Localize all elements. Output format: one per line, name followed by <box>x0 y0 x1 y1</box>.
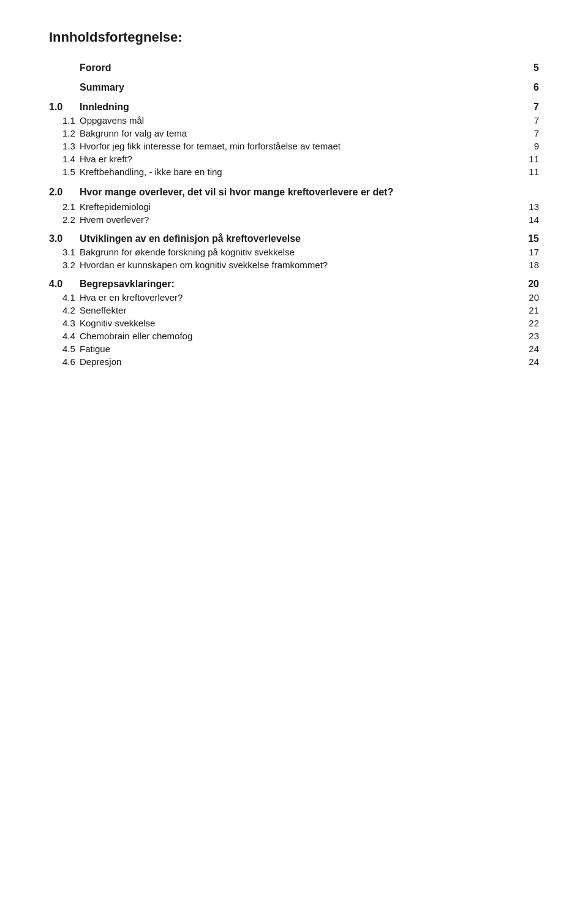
entry-number-sub: 2.2 <box>49 214 80 225</box>
entry-label: Kreftbehandling, - ikke bare en ting <box>80 167 521 177</box>
entry-label: Hva er kreft? <box>80 154 521 164</box>
entry-page: 7 <box>521 128 539 138</box>
entry-page: 24 <box>521 344 539 354</box>
entry-number-sub: 1.2 <box>49 128 80 138</box>
entry-label: Hvordan er kunnskapen om kognitiv svekke… <box>80 260 521 270</box>
toc-row: 2.2Hvem overlever?14 <box>49 214 539 225</box>
entry-number-sub: 4.6 <box>49 356 80 367</box>
entry-label: Kognitiv svekkelse <box>80 318 521 328</box>
entry-page: 11 <box>521 167 539 177</box>
entry-number: 1.0 <box>49 102 80 113</box>
toc-row: Forord5 <box>49 62 539 73</box>
entry-number-sub: 4.2 <box>49 305 80 315</box>
toc-row: 1.3Hvorfor jeg fikk interesse for temaet… <box>49 141 539 151</box>
entry-number-sub: 4.4 <box>49 331 80 341</box>
entry-number: 4.0 <box>49 279 80 290</box>
entry-number-sub: 4.3 <box>49 318 80 328</box>
entry-number: 2.0 <box>49 186 80 198</box>
toc-container: Forord5Summary61.0Innledning71.1Oppgaven… <box>49 62 539 367</box>
entry-page: 17 <box>521 247 539 257</box>
entry-label: Begrepsavklaringer: <box>80 279 521 290</box>
entry-label: Fatigue <box>80 344 521 354</box>
entry-page: 9 <box>521 141 539 151</box>
toc-row: 4.3Kognitiv svekkelse22 <box>49 318 539 328</box>
entry-label: Forord <box>80 62 521 73</box>
entry-number-sub: 1.5 <box>49 167 80 177</box>
entry-page: 11 <box>521 154 539 164</box>
entry-page: 22 <box>521 318 539 328</box>
toc-row: 4.1Hva er en kreftoverlever?20 <box>49 292 539 303</box>
entry-label: Hvorfor jeg fikk interesse for temaet, m… <box>80 141 521 151</box>
toc-row: 4.2Seneffekter21 <box>49 305 539 315</box>
toc-row: 1.5Kreftbehandling, - ikke bare en ting1… <box>49 167 539 177</box>
entry-label: Hva er en kreftoverlever? <box>80 292 521 303</box>
entry-page: 18 <box>521 260 539 270</box>
toc-row: 4.4Chemobrain eller chemofog23 <box>49 331 539 341</box>
entry-label: Bakgrunn for valg av tema <box>80 128 521 138</box>
entry-label: Oppgavens mål <box>80 115 521 126</box>
toc-row: 2.0Hvor mange overlever, det vil si hvor… <box>49 186 539 199</box>
entry-label: Utviklingen av en definisjon på kreftove… <box>80 233 521 244</box>
entry-number-sub: 3.1 <box>49 247 80 257</box>
entry-page: 15 <box>521 233 539 244</box>
entry-page: 5 <box>521 62 539 73</box>
entry-label: Bakgrunn for økende forskning på kogniti… <box>80 247 521 257</box>
entry-page: 6 <box>521 82 539 93</box>
entry-label: Kreftepidemiologi <box>80 201 521 212</box>
entry-label: Chemobrain eller chemofog <box>80 331 521 341</box>
entry-number-sub: 4.5 <box>49 344 80 354</box>
toc-row: 2.1Kreftepidemiologi13 <box>49 201 539 212</box>
toc-row: 3.1Bakgrunn for økende forskning på kogn… <box>49 247 539 257</box>
entry-page: 13 <box>521 201 539 212</box>
entry-number-sub: 1.1 <box>49 115 80 126</box>
entry-number-sub: 3.2 <box>49 260 80 270</box>
entry-number-sub: 4.1 <box>49 292 80 303</box>
entry-label: Innledning <box>80 102 521 113</box>
toc-row: 4.0Begrepsavklaringer:20 <box>49 279 539 290</box>
entry-page: 23 <box>521 331 539 341</box>
entry-number-sub: 1.3 <box>49 141 80 151</box>
entry-label: Hvor mange overlever, det vil si hvor ma… <box>80 186 521 199</box>
entry-page: 14 <box>521 214 539 225</box>
entry-page: 24 <box>521 356 539 367</box>
entry-label: Hvem overlever? <box>80 214 521 225</box>
toc-row: 3.2Hvordan er kunnskapen om kognitiv sve… <box>49 260 539 270</box>
toc-row: 3.0Utviklingen av en definisjon på kreft… <box>49 233 539 244</box>
entry-label: Seneffekter <box>80 305 521 315</box>
entry-label: Summary <box>80 82 521 93</box>
entry-page: 21 <box>521 305 539 315</box>
toc-row: 1.0Innledning7 <box>49 102 539 113</box>
toc-title: Innholdsfortegnelse: <box>49 29 539 45</box>
toc-row: Summary6 <box>49 82 539 93</box>
entry-number-sub: 1.4 <box>49 154 80 164</box>
entry-page: 7 <box>521 115 539 126</box>
toc-row: 4.6Depresjon24 <box>49 356 539 367</box>
entry-label: Depresjon <box>80 356 521 367</box>
toc-row: 1.2Bakgrunn for valg av tema7 <box>49 128 539 138</box>
entry-page: 20 <box>521 292 539 303</box>
toc-row: 1.1Oppgavens mål7 <box>49 115 539 126</box>
entry-page: 7 <box>521 102 539 113</box>
entry-number-sub: 2.1 <box>49 201 80 212</box>
entry-page: 20 <box>521 279 539 290</box>
toc-row: 4.5Fatigue24 <box>49 344 539 354</box>
entry-number: 3.0 <box>49 233 80 244</box>
toc-row: 1.4Hva er kreft?11 <box>49 154 539 164</box>
